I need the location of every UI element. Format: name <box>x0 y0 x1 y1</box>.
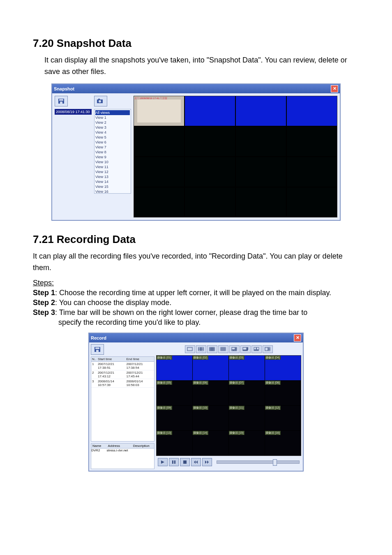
view-item[interactable]: View 2 <box>95 120 130 125</box>
layout-13-button[interactable] <box>251 345 262 353</box>
rewind-icon <box>194 460 198 464</box>
record-cell[interactable]: 攝像頭 [13] <box>157 431 192 456</box>
snapshot-cell[interactable] <box>134 157 184 187</box>
record-cell[interactable]: 攝像頭 [10] <box>193 406 228 430</box>
view-item[interactable]: View 13 <box>95 174 130 179</box>
record-cell[interactable]: 攝像頭 [08] <box>265 381 301 405</box>
record-cell[interactable]: 攝像頭 [04] <box>265 356 301 380</box>
svg-rect-54 <box>172 460 173 464</box>
step-3-text: : Time bar will be shown on the right lo… <box>55 308 307 317</box>
layout-16-button[interactable] <box>218 345 228 353</box>
stop-button[interactable] <box>180 458 190 466</box>
view-item[interactable]: View 12 <box>95 169 130 174</box>
snapshot-cell[interactable] <box>287 96 337 126</box>
snapshot-title: Snapshot <box>54 86 74 91</box>
layout-6-button[interactable] <box>229 345 240 353</box>
rewind-button[interactable] <box>191 458 201 466</box>
recordings-table[interactable]: N.. Start time End time 12007/12/21 17:3… <box>91 356 154 442</box>
record-cell[interactable]: 攝像頭 [11] <box>229 406 265 430</box>
snapshot-timestamp[interactable]: 2008/08/19 17:41:30 <box>55 109 92 115</box>
snapshot-cell[interactable] <box>185 127 235 156</box>
svg-rect-10 <box>198 347 201 349</box>
snapshot-cell[interactable] <box>236 127 286 156</box>
device-table[interactable]: Name Address Description DVR2 stress.i-d… <box>91 443 154 469</box>
svg-rect-35 <box>235 350 237 351</box>
play-button[interactable] <box>158 458 168 466</box>
time-slider[interactable] <box>217 460 300 464</box>
layout-9-button[interactable] <box>207 345 217 353</box>
record-cell[interactable]: 攝像頭 [07] <box>229 381 265 405</box>
view-item[interactable]: View 10 <box>95 160 130 164</box>
layout-4-button[interactable] <box>196 345 206 353</box>
save-icon-button[interactable] <box>55 96 68 106</box>
record-cell[interactable]: 攝像頭 [15] <box>229 431 265 456</box>
record-cell[interactable]: 攝像頭 [05] <box>157 381 192 405</box>
grid-icon <box>209 347 215 351</box>
snapshot-cell[interactable] <box>185 96 235 126</box>
record-cell[interactable]: 攝像頭 [06] <box>193 381 228 405</box>
svg-rect-36 <box>243 347 247 350</box>
pause-button[interactable] <box>169 458 179 466</box>
snapshot-cell[interactable] <box>287 187 337 217</box>
layout-x-button[interactable] <box>263 345 273 353</box>
camera-icon-button[interactable] <box>94 96 107 106</box>
slider-thumb[interactable] <box>273 459 277 466</box>
snapshot-cell[interactable] <box>185 187 235 217</box>
view-item[interactable]: View 14 <box>95 179 130 184</box>
svg-rect-42 <box>245 350 247 351</box>
view-item[interactable]: View 9 <box>95 155 130 160</box>
table-filler <box>91 452 154 469</box>
record-cell[interactable]: 攝像頭 [12] <box>265 406 301 430</box>
view-item[interactable]: View 5 <box>95 135 130 140</box>
snapshot-cell[interactable] <box>185 157 235 187</box>
table-row[interactable]: DVR2 stress.i-dvr.net <box>91 449 154 452</box>
cam-tag: 攝像頭 [11] <box>229 406 244 410</box>
view-list[interactable]: All views View 1 View 2 View 3 View 4 Vi… <box>94 109 131 194</box>
cell: 2008/01/14 10:58:03 <box>125 379 154 387</box>
snapshot-cell[interactable] <box>236 157 286 187</box>
record-cell[interactable]: 攝像頭 [14] <box>193 431 228 456</box>
table-row[interactable]: 32008/01/14 10:57:392008/01/14 10:58:03 <box>91 379 154 388</box>
snapshot-grid: 正门 2008/08/19 17:41 门卫室 <box>134 96 337 217</box>
table-row[interactable]: 22007/12/21 17:43:122007/12/21 17:45:44 <box>91 370 154 379</box>
cam-tag: 攝像頭 [05] <box>157 381 172 385</box>
record-cell[interactable]: 攝像頭 [03] <box>229 356 265 380</box>
record-cell[interactable]: 攝像頭 [16] <box>265 431 301 456</box>
snapshot-cell[interactable] <box>287 157 337 187</box>
close-button[interactable]: ✕ <box>331 85 338 92</box>
snapshot-cell[interactable] <box>134 187 184 217</box>
table-row[interactable]: 12007/12/21 17:38:512007/12/21 17:38:54 <box>91 362 154 370</box>
forward-button[interactable] <box>202 458 212 466</box>
close-icon: ✕ <box>333 86 337 91</box>
view-item[interactable]: View 4 <box>95 130 130 135</box>
record-cell[interactable]: 攝像頭 [02] <box>193 356 228 380</box>
view-item[interactable]: View 7 <box>95 145 130 150</box>
step-2: Step 2: You can choose the display mode. <box>33 298 359 307</box>
layout-8-button[interactable] <box>240 345 251 353</box>
svg-rect-47 <box>255 350 256 351</box>
snapshot-cell[interactable] <box>236 96 286 126</box>
record-cell[interactable]: 攝像頭 [09] <box>157 406 192 430</box>
record-cell[interactable]: 攝像頭 [01] <box>157 356 192 380</box>
view-item[interactable]: View 3 <box>95 125 130 130</box>
close-icon: ✕ <box>296 335 300 340</box>
snapshot-cell[interactable] <box>287 127 337 156</box>
view-item[interactable]: View 1 <box>95 115 130 120</box>
layout-1-button[interactable] <box>185 345 195 353</box>
grid-icon <box>265 347 270 351</box>
section-7-21-paragraph: It can play all the recording files you'… <box>33 251 359 274</box>
svg-rect-45 <box>257 347 259 350</box>
view-item[interactable]: View 6 <box>95 140 130 145</box>
snapshot-cell[interactable] <box>236 187 286 217</box>
view-item[interactable]: View 11 <box>95 164 130 169</box>
snapshot-window: Snapshot ✕ 2008/08/19 17:41:30 <box>51 83 341 221</box>
view-item[interactable]: View 16 <box>95 189 130 194</box>
view-item-all[interactable]: All views <box>95 110 130 115</box>
view-item[interactable]: View 8 <box>95 150 130 155</box>
save-icon-button[interactable] <box>91 344 104 355</box>
close-button[interactable]: ✕ <box>294 334 301 342</box>
svg-rect-40 <box>243 350 244 351</box>
view-item[interactable]: View 15 <box>95 184 130 189</box>
snapshot-cell[interactable] <box>134 127 184 156</box>
snapshot-cell[interactable]: 正门 2008/08/19 17:41 门卫室 <box>134 96 184 126</box>
